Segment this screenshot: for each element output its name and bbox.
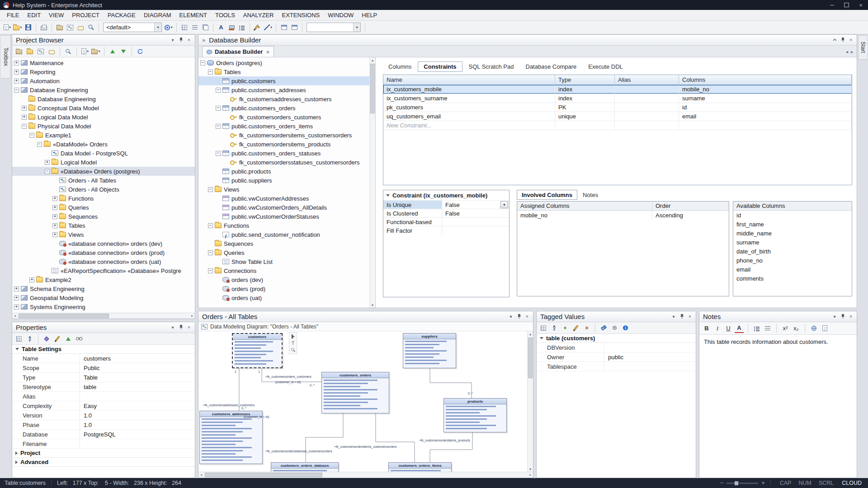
tree-item[interactable]: +Tables (12, 221, 195, 230)
tree-item[interactable]: «database connection» orders (dev) (12, 239, 195, 248)
tree-item[interactable]: public.vwCustomerOrders_AllDetails (198, 203, 369, 212)
target-button[interactable]: ▾ (164, 22, 174, 33)
available-column-row[interactable]: id (733, 211, 852, 220)
entity-suppliers[interactable]: suppliers (403, 333, 456, 368)
scroll-up-icon[interactable]: ▲ (528, 331, 533, 337)
panel-close-button[interactable]: × (523, 313, 531, 320)
available-column-row[interactable]: surname (733, 238, 852, 247)
scrollbar-thumb[interactable] (370, 64, 375, 113)
tab-sql-scratch-pad[interactable]: SQL Scratch Pad (463, 62, 519, 71)
database-builder-tab[interactable]: Database Builder × (202, 46, 274, 57)
group-header[interactable]: Table Settings (12, 345, 195, 354)
align-button[interactable] (190, 22, 200, 33)
tree-toggle[interactable]: + (29, 277, 34, 282)
tree-toggle[interactable]: − (22, 124, 27, 129)
panel-close-button[interactable]: × (847, 313, 855, 320)
project-browser-hscrollbar[interactable]: ◂ ▸ (12, 313, 195, 319)
subscript-button[interactable]: x₂ (792, 324, 801, 333)
diagram-canvas[interactable]: T customerssupplierscustomers_ordersprod… (198, 331, 527, 472)
sort-button[interactable]: AZ (25, 334, 35, 343)
tree-toggle[interactable]: + (52, 223, 57, 228)
new-package-button[interactable] (25, 47, 35, 56)
hyperlink-button[interactable] (809, 324, 818, 333)
expander-icon[interactable] (15, 348, 19, 350)
tree-toggle[interactable]: − (208, 268, 213, 273)
combo-arrow-icon[interactable]: ▾ (353, 23, 360, 32)
menu-tools[interactable]: TOOLS (211, 10, 239, 20)
group-header[interactable]: table (customers) (537, 334, 696, 343)
menu-element[interactable]: ELEMENT (175, 10, 211, 20)
print-button[interactable] (39, 22, 49, 33)
tree-item[interactable]: +Views (12, 230, 195, 239)
tree-item[interactable]: public.products (198, 167, 369, 176)
new-element-button[interactable] (75, 22, 85, 33)
new-file-button[interactable]: ▾ (2, 22, 12, 33)
available-column-row[interactable]: middle_name (733, 229, 852, 238)
tree-item[interactable]: fk_customersordersstatuses_customersorde… (198, 158, 369, 167)
edit-document-button[interactable]: ▾ (80, 47, 90, 56)
column-header[interactable]: Type (555, 75, 615, 84)
property-row[interactable]: Alias (12, 392, 195, 401)
options-button[interactable] (609, 323, 619, 333)
tree-item[interactable]: −Views (198, 185, 369, 194)
tree-item[interactable]: −public.customers_orders_items (198, 122, 369, 131)
tree-item[interactable]: +Example2 (12, 275, 195, 284)
tree-item[interactable]: −Functions (198, 221, 369, 230)
tree-item[interactable]: Data Model - PostgreSQL (12, 149, 195, 158)
tree-item[interactable]: −Database Engineering (12, 85, 195, 94)
scroll-right-icon[interactable]: ▸ (528, 472, 533, 478)
stereotype-button[interactable] (42, 334, 52, 343)
tree-toggle[interactable]: − (37, 142, 42, 147)
property-row[interactable]: TypeTable (12, 373, 195, 382)
new-element-button[interactable] (47, 47, 57, 56)
tree-item[interactable]: −Queries (198, 248, 369, 257)
zoom-out-button[interactable]: − (720, 480, 723, 486)
scroll-down-icon[interactable]: ▼ (528, 466, 533, 472)
tree-toggle[interactable]: − (200, 61, 205, 66)
tree-item[interactable]: +Logical Model (12, 158, 195, 167)
new-diagram-button[interactable] (36, 47, 46, 56)
overflow-chevrons-icon[interactable]: » (202, 37, 205, 43)
menu-package[interactable]: PACKAGE (104, 10, 140, 20)
tab-columns[interactable]: Columns (383, 62, 417, 71)
grid-layout-button[interactable] (179, 22, 189, 33)
tree-item[interactable]: +Queries (12, 203, 195, 212)
start-edge-tab[interactable]: Start (858, 35, 867, 60)
maximize-button[interactable] (839, 0, 854, 10)
tree-item[interactable]: public.vwCustomerAddresses (198, 194, 369, 203)
open-button[interactable]: ▾ (13, 22, 23, 33)
move-down-button[interactable] (118, 47, 128, 56)
panel-menu-button[interactable]: ▾ (830, 313, 839, 320)
edit-tagged-value-button[interactable] (571, 323, 581, 333)
tab-notes[interactable]: Notes (578, 190, 603, 200)
column-header[interactable]: Name (383, 75, 555, 84)
tree-item[interactable]: −«Database» Orders (postgres) (12, 167, 195, 176)
tree-toggle[interactable]: − (29, 133, 34, 138)
property-row[interactable]: DatabasePostgreSQL (12, 430, 195, 439)
tree-toggle[interactable]: − (208, 70, 213, 75)
tree-toggle[interactable]: − (14, 88, 19, 93)
zoom-slider-thumb[interactable] (735, 481, 738, 485)
bullet-list-button[interactable] (752, 324, 761, 333)
tree-toggle[interactable]: + (14, 305, 19, 310)
new-window-button[interactable] (820, 324, 829, 333)
constraint-row[interactable]: New Constraint... (383, 121, 852, 130)
group-header[interactable]: Project (12, 449, 195, 458)
find-combo[interactable]: ▾ (307, 23, 361, 32)
new-diagram-button[interactable] (65, 22, 75, 33)
layers-button[interactable] (200, 22, 210, 33)
available-column-row[interactable]: date_of_birth (733, 247, 852, 256)
tree-item[interactable]: «EAReportSpecification» «Database» Postg… (12, 266, 195, 275)
numbered-list-button[interactable] (763, 324, 772, 333)
scrollbar-thumb[interactable] (528, 338, 533, 378)
tree-item[interactable]: orders (uat) (198, 293, 369, 302)
scrollbar-thumb[interactable] (205, 473, 322, 477)
tree-item[interactable]: +Sequences (12, 212, 195, 221)
tree-item[interactable]: +Reporting (12, 67, 195, 76)
tree-item[interactable]: +Logical Data Model (12, 113, 195, 122)
scroll-left-icon[interactable]: ◂ (12, 313, 18, 319)
panel-menu-button[interactable]: ▾ (507, 313, 515, 320)
categorized-view-button[interactable] (14, 334, 24, 343)
tree-toggle[interactable]: − (208, 187, 213, 192)
tab-scroll-left-icon[interactable]: ◂ (846, 49, 848, 54)
